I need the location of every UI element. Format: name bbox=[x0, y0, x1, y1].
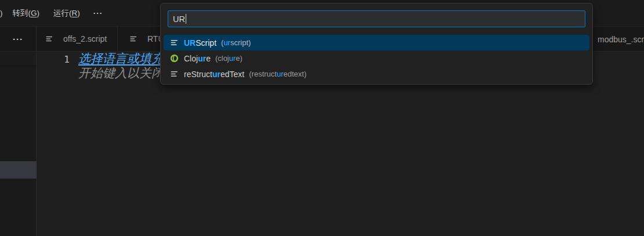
vscode-window: ) 转到(G) 运行(R) ··· ··· offs_2.script RTU … bbox=[0, 0, 644, 236]
tab-bar-actions-button[interactable]: ··· bbox=[0, 27, 37, 51]
tab-modbus-script[interactable]: modbus_.scr bbox=[594, 27, 644, 52]
sidebar-header bbox=[0, 52, 36, 66]
menu-goto[interactable]: 转到(G) bbox=[9, 6, 44, 21]
hint-dismiss-text: 开始键入以关闭 bbox=[78, 66, 164, 81]
quick-input-widget: UR URScript (urscript) Cloju bbox=[160, 3, 593, 85]
quick-input-value: UR bbox=[173, 14, 185, 24]
sidebar bbox=[0, 52, 37, 236]
tab-label: modbus_.scr bbox=[598, 35, 644, 44]
item-description: (restructuredtext) bbox=[249, 70, 306, 78]
tab-label: offs_2.script bbox=[63, 34, 107, 43]
plaintext-file-icon bbox=[129, 34, 138, 43]
item-description: (urscript) bbox=[221, 38, 251, 47]
item-label: Clojure bbox=[184, 54, 211, 63]
item-description: (clojure) bbox=[215, 54, 243, 63]
sidebar-selected-item[interactable] bbox=[0, 161, 37, 179]
quick-pick-list: URScript (urscript) Clojure (clojure) bbox=[161, 35, 592, 82]
item-label: URScript bbox=[184, 38, 216, 48]
item-label: reStructuredText bbox=[184, 70, 244, 79]
plaintext-language-icon bbox=[169, 38, 179, 48]
plaintext-language-icon bbox=[169, 70, 179, 79]
quick-pick-item-restructuredtext[interactable]: reStructuredText (restructuredtext) bbox=[164, 66, 589, 82]
untitled-editor-hint: 选择语言或填充 开始键入以关闭 bbox=[78, 52, 164, 80]
plaintext-file-icon bbox=[45, 34, 54, 43]
text-cursor bbox=[186, 14, 187, 24]
clojure-language-icon bbox=[169, 54, 179, 63]
choose-language-link[interactable]: 选择语言或填充 bbox=[78, 52, 164, 66]
menu-overflow-fragment: ) bbox=[0, 9, 3, 17]
line-number: 1 bbox=[63, 54, 70, 65]
menu-more-button[interactable]: ··· bbox=[89, 6, 108, 20]
tab-offs-2-script[interactable]: offs_2.script bbox=[37, 27, 118, 51]
quick-pick-item-clojure[interactable]: Clojure (clojure) bbox=[164, 50, 589, 66]
quick-pick-item-urscript[interactable]: URScript (urscript) bbox=[164, 35, 589, 50]
quick-input-box[interactable]: UR bbox=[168, 10, 585, 27]
menu-run[interactable]: 运行(R) bbox=[49, 6, 84, 21]
